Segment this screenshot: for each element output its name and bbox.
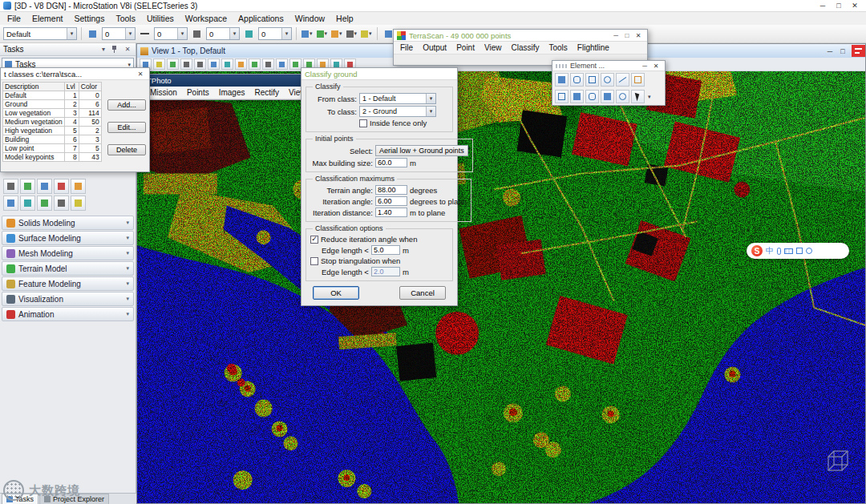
hatch-icon[interactable] bbox=[71, 196, 86, 211]
terrascan-menu-file[interactable]: File bbox=[395, 43, 418, 52]
terrascan-menu-classify[interactable]: Classify bbox=[506, 43, 544, 52]
panel-close-icon[interactable]: ✕ bbox=[123, 46, 132, 53]
menu-element[interactable]: Element bbox=[26, 14, 69, 23]
trim-icon[interactable] bbox=[54, 196, 69, 211]
multiline-style-dropdown[interactable]: ▾ bbox=[346, 27, 358, 41]
stop-triangulation-checkbox[interactable] bbox=[310, 257, 318, 265]
active-line-style-icon[interactable] bbox=[138, 27, 152, 41]
task-section-mesh-modeling[interactable]: Mesh Modeling ▾ bbox=[2, 246, 134, 260]
tphoto-menu-images[interactable]: Images bbox=[214, 88, 250, 97]
tphoto-menu-mission[interactable]: Mission bbox=[145, 88, 182, 97]
terrascan-menu-output[interactable]: Output bbox=[418, 43, 451, 52]
tphoto-menu-rectify[interactable]: Rectify bbox=[250, 88, 285, 97]
close-icon[interactable]: ✕ bbox=[135, 71, 146, 78]
ad-badge[interactable] bbox=[852, 45, 865, 57]
active-line-style-combo[interactable]: 0 ▾ bbox=[154, 27, 188, 40]
active-line-weight-combo[interactable]: 0 ▾ bbox=[206, 27, 240, 40]
tphoto-menu-points[interactable]: Points bbox=[182, 88, 214, 97]
active-transparency-icon[interactable] bbox=[242, 27, 256, 41]
edge-length-2-input[interactable] bbox=[371, 267, 400, 276]
menu-tools[interactable]: Tools bbox=[110, 14, 141, 23]
panel-chevron-icon[interactable]: ▾ bbox=[99, 46, 108, 53]
table-row[interactable]: Medium vegetation450 bbox=[3, 118, 102, 127]
minimize-icon[interactable]: ─ bbox=[610, 32, 621, 39]
menu-help[interactable]: Help bbox=[330, 14, 359, 23]
task-section-animation[interactable]: Animation ▾ bbox=[2, 307, 134, 321]
task-section-surface-modeling[interactable]: Surface Modeling ▾ bbox=[2, 231, 134, 245]
measure-icon[interactable] bbox=[71, 179, 86, 194]
walk-icon[interactable] bbox=[262, 58, 274, 70]
rotate-view-icon[interactable] bbox=[235, 58, 247, 70]
cursor-icon[interactable] bbox=[631, 90, 645, 103]
active-color-icon[interactable] bbox=[86, 27, 99, 41]
zoom-in-icon[interactable] bbox=[180, 58, 192, 70]
pan-view-icon[interactable] bbox=[249, 58, 261, 70]
maximize-icon[interactable]: □ bbox=[621, 32, 633, 39]
terrascan-titlebar[interactable]: TerraScan - 49 000 000 points ─ □ ✕ bbox=[394, 30, 647, 42]
edge-length-1-input[interactable] bbox=[371, 245, 400, 255]
fence-icon[interactable] bbox=[20, 179, 35, 194]
manipulate-icon[interactable] bbox=[37, 179, 52, 194]
terrascan-menu-view[interactable]: View bbox=[480, 43, 507, 52]
pin-icon[interactable] bbox=[111, 46, 120, 54]
ime-logo-icon[interactable]: S bbox=[751, 245, 763, 256]
ime-toolbox-icon[interactable] bbox=[796, 248, 803, 254]
cancel-button[interactable]: Cancel bbox=[399, 286, 446, 300]
reduce-iteration-checkbox[interactable]: ✓ bbox=[310, 236, 318, 244]
to-class-combo[interactable]: 2 - Ground ▾ bbox=[359, 106, 436, 117]
circle-select-mode-icon[interactable] bbox=[601, 73, 614, 87]
task-section-solids-modeling[interactable]: Solids Modeling ▾ bbox=[2, 216, 134, 230]
terrascan-menu-flightline[interactable]: Flightline bbox=[573, 43, 614, 52]
table-row[interactable]: Building63 bbox=[3, 135, 102, 144]
view-previous-icon[interactable] bbox=[289, 58, 301, 70]
edit-class-button[interactable]: Edit... bbox=[107, 122, 146, 133]
menu-workspace[interactable]: Workspace bbox=[180, 14, 233, 23]
place-smartline-icon[interactable] bbox=[3, 196, 18, 211]
navigation-cube[interactable] bbox=[823, 446, 853, 477]
task-section-visualization[interactable]: Visualization ▾ bbox=[2, 292, 134, 306]
menu-file[interactable]: File bbox=[2, 14, 26, 23]
active-color-combo[interactable]: 0 ▾ bbox=[102, 27, 136, 40]
snap-mode-dropdown[interactable]: ▾ bbox=[360, 27, 373, 41]
menu-utilities[interactable]: Utilities bbox=[141, 14, 180, 23]
line-select-mode-icon[interactable] bbox=[616, 73, 629, 87]
active-level-combo[interactable]: Default ▾ bbox=[3, 27, 77, 40]
menu-window[interactable]: Window bbox=[289, 14, 330, 23]
pointer-plus-icon[interactable] bbox=[555, 73, 569, 87]
minimize-icon[interactable]: ─ bbox=[639, 62, 650, 70]
element-toolbar-titlebar[interactable]: Element ... ─ ✕ bbox=[552, 61, 665, 71]
classify-titlebar[interactable]: Classify ground bbox=[301, 68, 457, 80]
add-class-button[interactable]: Add... bbox=[107, 99, 146, 111]
iteration-angle-input[interactable] bbox=[375, 196, 407, 206]
task-section-feature-modeling[interactable]: Feature Modeling ▾ bbox=[2, 276, 134, 291]
menu-settings[interactable]: Settings bbox=[68, 14, 110, 23]
dimension-style-dropdown[interactable]: ▾ bbox=[316, 27, 329, 41]
table-row[interactable]: Default10 bbox=[3, 91, 102, 100]
modify-icon[interactable] bbox=[37, 196, 52, 211]
mode-dropdown-icon[interactable]: ▾ bbox=[648, 94, 651, 100]
zoom-out-icon[interactable] bbox=[194, 58, 206, 70]
terrascan-menu-tools[interactable]: Tools bbox=[544, 43, 572, 52]
update-view-icon[interactable] bbox=[167, 58, 179, 70]
add-to-selection-icon[interactable] bbox=[570, 90, 584, 103]
shape-select-mode-icon[interactable] bbox=[585, 73, 599, 87]
view1-canvas[interactable] bbox=[137, 71, 865, 503]
active-transparency-combo[interactable]: 0 ▾ bbox=[258, 27, 292, 40]
terrascan-menu-point[interactable]: Point bbox=[451, 43, 480, 52]
select-overlap-icon[interactable] bbox=[616, 90, 629, 103]
drag-grip-icon[interactable] bbox=[556, 64, 567, 68]
table-row[interactable]: Model keypoints843 bbox=[3, 153, 102, 162]
ime-mode-toggle[interactable]: 中 bbox=[766, 247, 774, 255]
task-section-terrain-model[interactable]: Terrain Model ▾ bbox=[2, 261, 134, 276]
grid-select-icon[interactable] bbox=[555, 90, 569, 103]
view-maximize-button[interactable]: □ bbox=[836, 47, 849, 55]
from-class-combo[interactable]: 1 - Default ▾ bbox=[359, 93, 436, 104]
delete-element-icon[interactable] bbox=[54, 179, 69, 194]
ime-mic-icon[interactable] bbox=[777, 248, 781, 255]
table-row[interactable]: Low vegetation3114 bbox=[3, 109, 102, 118]
app-minimize-button[interactable]: ─ bbox=[815, 2, 831, 10]
ok-button[interactable]: OK bbox=[313, 286, 359, 300]
max-building-size-input[interactable] bbox=[375, 158, 407, 167]
app-close-button[interactable]: ✕ bbox=[847, 2, 863, 10]
text-style-dropdown[interactable]: ▾ bbox=[330, 27, 343, 41]
